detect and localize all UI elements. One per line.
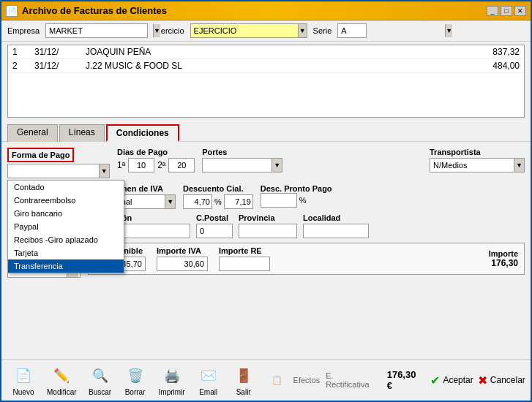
cancelar-button[interactable]: ✖ Cancelar — [478, 373, 525, 387]
salir-icon: 🚪 — [232, 364, 255, 387]
pronto-pago-group: Desc. Pronto Pago % — [261, 184, 332, 208]
borrar-button[interactable]: 🗑️ Borrar — [119, 363, 151, 398]
forma-pago-arrow[interactable]: ▼ — [99, 164, 109, 178]
pronto-row: % — [261, 193, 332, 208]
forma-pago-combo[interactable]: ▼ — [7, 164, 110, 178]
rectificativa-label: E. Rectificativa — [326, 371, 372, 389]
transportista-group: Transportista ▼ — [430, 148, 525, 172]
cp-group: C.Postal — [196, 213, 233, 238]
portes-arrow[interactable]: ▼ — [271, 159, 282, 172]
buscar-button[interactable]: 🔍 Buscar — [84, 363, 116, 398]
dias-first-input[interactable] — [128, 158, 154, 172]
empresa-combo[interactable]: ▼ — [45, 23, 148, 38]
dropdown-item-contado[interactable]: Contado — [8, 181, 124, 194]
efectos-icon: 📋 — [267, 368, 288, 392]
empresa-arrow[interactable]: ▼ — [153, 24, 160, 37]
borrar-icon: 🗑️ — [124, 364, 147, 387]
list-item[interactable]: 2 31/12/ J.22 MUSIC & FOOD SL 484,00 — [8, 59, 524, 73]
dias-pago-row: 1ª 2ª — [117, 158, 195, 172]
transportista-combo[interactable]: ▼ — [430, 158, 525, 172]
dropdown-item-transferencia[interactable]: Transferencia — [8, 259, 124, 273]
importe-value: 176,30 — [491, 258, 518, 268]
list-item[interactable]: 1 31/12/ JOAQUIN PEÑA 837,32 — [8, 45, 524, 59]
descuento-val-input[interactable] — [224, 194, 253, 209]
title-bar: 📄 Archivo de Facturas de Clientes _ □ ✕ — [1, 1, 531, 20]
descuento-row: % — [183, 194, 253, 209]
empresa-input[interactable] — [46, 24, 153, 37]
serie-combo[interactable]: ▼ — [337, 23, 367, 38]
close-button[interactable]: ✕ — [514, 6, 526, 16]
item-num: 1 — [12, 47, 27, 57]
portes-group: Portes ▼ — [202, 148, 282, 172]
transportista-input[interactable] — [430, 161, 514, 170]
dropdown-item-tarjeta[interactable]: Tarjeta — [8, 246, 124, 259]
item-amount: 837,32 — [468, 47, 520, 57]
forma-pago-input[interactable] — [8, 167, 99, 175]
nuevo-button[interactable]: 📄 Nuevo — [7, 363, 40, 398]
tab-lineas[interactable]: Líneas — [59, 124, 105, 142]
portes-combo[interactable]: ▼ — [202, 158, 282, 172]
descuento-pct-input[interactable] — [183, 194, 212, 209]
salir-button[interactable]: 🚪 Salir — [228, 363, 260, 398]
importe-re-label: Importe RE — [219, 246, 270, 255]
cancelar-icon: ✖ — [478, 373, 487, 387]
aceptar-button[interactable]: ✔ Aceptar — [430, 373, 473, 387]
dias-pago-label: Dias de Pago — [117, 148, 195, 156]
descuento-group: Descuento Cial. % — [183, 184, 253, 209]
localidad-input[interactable] — [303, 224, 369, 238]
email-label: Email — [199, 388, 217, 396]
nuevo-icon: 📄 — [12, 364, 35, 387]
empresa-label: Empresa — [7, 26, 40, 35]
provincia-group: Provincia — [239, 213, 297, 238]
top-toolbar: Empresa ▼ Ejercicio ▼ Serie ▼ — [1, 20, 531, 42]
regimen-arrow[interactable]: ▼ — [165, 195, 175, 208]
item-name: J.22 MUSIC & FOOD SL — [86, 61, 461, 71]
serie-input[interactable] — [338, 24, 445, 37]
dropdown-item-giro[interactable]: Giro bancario — [8, 207, 124, 220]
forma-pago-dropdown[interactable]: Contado Contrareembolso Giro bancario Pa… — [7, 180, 124, 273]
transportista-label: Transportista — [430, 148, 525, 156]
item-num: 2 — [12, 61, 27, 71]
dropdown-item-paypal[interactable]: Paypal — [8, 220, 124, 233]
first-label: 1ª — [117, 160, 125, 170]
imprimir-icon: 🖨️ — [160, 364, 184, 387]
bottom-toolbar: 📄 Nuevo ✏️ Modificar 🔍 Buscar 🗑️ Borrar … — [1, 359, 531, 401]
minimize-button[interactable]: _ — [487, 6, 498, 16]
importe-iva-field: Importe IVA — [157, 246, 208, 271]
importe-re-input[interactable] — [219, 257, 270, 271]
ejercicio-combo[interactable]: ▼ — [190, 23, 307, 38]
cancelar-label: Cancelar — [490, 375, 525, 385]
cp-input[interactable] — [196, 224, 233, 238]
window-title: Archivo de Facturas de Clientes — [22, 5, 167, 16]
importe-iva-input[interactable] — [157, 257, 208, 271]
tab-general[interactable]: General — [7, 124, 58, 142]
dropdown-item-recibos[interactable]: Recibos -Giro aplazado — [8, 233, 124, 246]
ejercicio-input[interactable] — [191, 24, 298, 37]
address-row: Dirección C.Postal Provincia Localidad — [95, 213, 525, 238]
main-window: 📄 Archivo de Facturas de Clientes _ □ ✕ … — [0, 0, 532, 402]
salir-label: Salir — [236, 388, 251, 396]
maximize-button[interactable]: □ — [501, 6, 512, 16]
portes-input[interactable] — [203, 161, 271, 170]
modificar-button[interactable]: ✏️ Modificar — [42, 363, 81, 398]
imprimir-button[interactable]: 🖨️ Imprimir — [154, 363, 190, 398]
serie-arrow[interactable]: ▼ — [445, 24, 452, 37]
efectos-label: Efectos — [293, 376, 321, 384]
dias-second-input[interactable] — [168, 158, 195, 172]
nuevo-label: Nuevo — [13, 388, 34, 396]
provincia-input[interactable] — [239, 224, 297, 238]
descuento-pct-symbol: % — [214, 197, 222, 206]
app-icon: 📄 — [6, 5, 18, 17]
provincia-label: Provincia — [239, 213, 297, 222]
dias-pago-group: Dias de Pago 1ª 2ª — [117, 148, 195, 172]
tab-condiciones[interactable]: Condiciones — [106, 124, 179, 142]
email-button[interactable]: ✉️ Email — [192, 363, 225, 398]
dropdown-item-contrareembolso[interactable]: Contrareembolso — [8, 194, 124, 207]
invoice-list[interactable]: 1 31/12/ JOAQUIN PEÑA 837,32 2 31/12/ J.… — [7, 45, 525, 118]
ejercicio-arrow[interactable]: ▼ — [298, 24, 307, 37]
second-label: 2ª — [157, 160, 165, 170]
pronto-pago-input[interactable] — [261, 193, 297, 208]
cp-label: C.Postal — [196, 213, 233, 222]
transportista-arrow[interactable]: ▼ — [514, 159, 524, 172]
modificar-label: Modificar — [47, 388, 77, 396]
